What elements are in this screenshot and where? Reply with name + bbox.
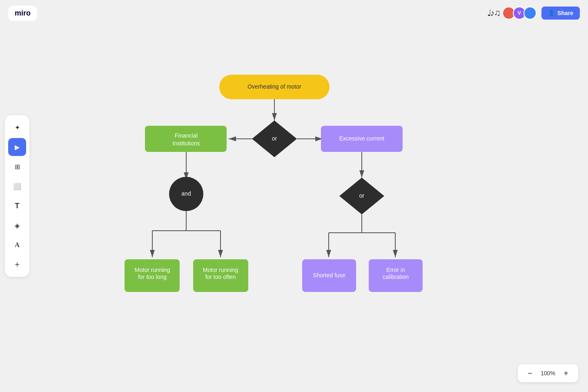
sidebar-item-magic[interactable]: ✦ bbox=[8, 118, 26, 136]
financial-node[interactable] bbox=[145, 126, 227, 152]
sidebar-item-text[interactable]: T bbox=[8, 197, 26, 215]
or2-label: or bbox=[359, 192, 365, 199]
leaf4-line1: Error in bbox=[386, 267, 405, 273]
sidebar-item-shapes[interactable]: ◈ bbox=[8, 216, 26, 234]
zoom-level: 100% bbox=[541, 370, 555, 376]
music-icon: ♩♪♫ bbox=[487, 8, 500, 18]
sidebar-item-font[interactable]: A bbox=[8, 236, 26, 254]
zoom-out-button[interactable]: − bbox=[524, 368, 536, 379]
share-icon: 👤 bbox=[548, 10, 555, 16]
share-button[interactable]: 👤 Share bbox=[541, 7, 580, 20]
sidebar-item-table[interactable]: ⊞ bbox=[8, 158, 26, 176]
and-label: and bbox=[181, 190, 191, 197]
diagram-canvas: Overheating of motor or Financial Instit… bbox=[0, 0, 588, 392]
sidebar-item-select[interactable]: ▶ bbox=[8, 138, 26, 156]
topbar-right: ♩♪♫ V 👤 Share bbox=[487, 7, 580, 20]
avatar-3[interactable] bbox=[523, 7, 537, 20]
leaf3-label: Shorted fuse bbox=[313, 272, 345, 278]
logo[interactable]: miro bbox=[8, 6, 37, 21]
sidebar: ✦ ▶ ⊞ ⬜ T ◈ A + bbox=[5, 115, 29, 277]
leaf1-line1: Motor running bbox=[135, 267, 170, 273]
zoom-controls: − 100% + bbox=[518, 364, 578, 382]
sidebar-item-plus[interactable]: + bbox=[8, 256, 26, 274]
leaf4-line2: calibration bbox=[383, 274, 409, 280]
root-label: Overheating of motor bbox=[247, 83, 301, 90]
leaf1-line2: for too long bbox=[138, 274, 167, 280]
excessive-label: Excessive current bbox=[339, 135, 385, 142]
or1-label: or bbox=[272, 135, 277, 142]
topbar: miro ♩♪♫ V 👤 Share bbox=[0, 0, 588, 26]
sidebar-item-sticky[interactable]: ⬜ bbox=[8, 177, 26, 195]
financial-label-1: Financial bbox=[175, 132, 198, 139]
share-label: Share bbox=[557, 10, 573, 16]
leaf2-line2: for too often bbox=[205, 274, 236, 280]
leaf2-line1: Motor running bbox=[203, 267, 238, 273]
zoom-in-button[interactable]: + bbox=[560, 368, 572, 379]
avatars: V bbox=[505, 7, 537, 20]
financial-label-2: Institutions bbox=[173, 140, 200, 147]
